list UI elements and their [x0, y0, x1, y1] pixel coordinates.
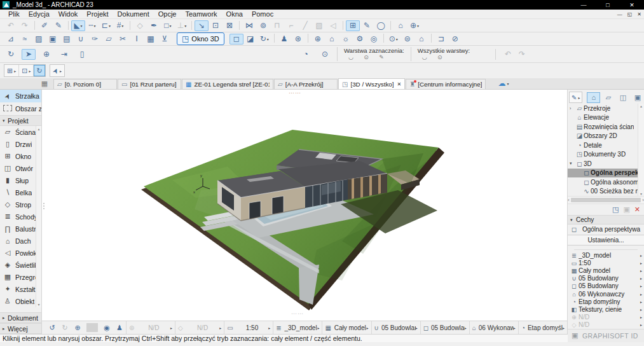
prop-pen-set[interactable]: ∪ 05 Budowlany ▸ — [568, 275, 644, 282]
split-icon[interactable]: ⊓ — [270, 20, 284, 31]
okno-3d-button[interactable]: ◳ Okno 3D — [177, 32, 224, 45]
segment-layer-combination[interactable]: ≣ _3D_model ▸ — [273, 321, 322, 334]
tree-horizontal-scrollbar[interactable]: ‹ › — [568, 197, 644, 204]
tool-strzalka[interactable]: ➤ Strzałka — [0, 90, 41, 102]
prop-dimensions[interactable]: ◇ N/D ▸ — [568, 321, 644, 329]
bottom-icon[interactable] — [86, 323, 98, 332]
menu-teamwork[interactable]: Teamwork — [181, 10, 221, 18]
orbit-mode-button[interactable]: ↻ — [34, 65, 45, 76]
prop-renovation-filter[interactable]: ◔ Etap domyślny ▸ — [568, 298, 644, 305]
teamwork-cloud-button[interactable]: ☁ ▾ — [498, 79, 509, 88]
nav-item-obszary-2d[interactable]: ◪ Obszary 2D — [568, 132, 638, 141]
tool-obiekt[interactable]: ♙ Obiekt — [0, 295, 36, 307]
paint-icon[interactable]: ✑ — [88, 34, 102, 45]
inject-parameters-icon[interactable]: ✎ — [51, 20, 65, 31]
render-settings-icon[interactable]: ⊜ — [401, 34, 414, 45]
tool-okno[interactable]: ⊞ Okno — [0, 150, 36, 162]
segment-model-view[interactable]: ◻ 05 Budowlany ▸ — [420, 321, 469, 334]
intersect-icon[interactable]: ⋈ — [242, 20, 256, 31]
minimize-button[interactable]: — — [572, 2, 596, 8]
profile-icon[interactable]: ∪ — [74, 34, 88, 45]
nav-item-3d[interactable]: ▾ ◻ 3D — [568, 159, 638, 169]
arrow-tool-button[interactable]: ➤ ▸ — [50, 65, 64, 76]
new-folder-button[interactable]: ▣ — [623, 205, 629, 214]
tool-sciana[interactable]: ▱ Ściana — [0, 126, 36, 138]
tool-strop[interactable]: ◇ Strop — [0, 198, 36, 211]
undo-icon[interactable]: ↶ — [4, 20, 18, 31]
walk-mode-icon[interactable]: ♟ — [277, 34, 291, 45]
composite-icon[interactable]: ▤ — [60, 34, 74, 45]
nav-item-rozwiniecia-scian[interactable]: ▤ Rozwinięcia ścian — [568, 122, 638, 132]
document-icon[interactable]: ▯ — [75, 49, 89, 60]
adjust-icon[interactable]: ⌐ — [284, 20, 298, 31]
segment-graphic-override[interactable]: ⌂ 06 Wykonawczy ▸ — [469, 321, 518, 334]
home-view-icon[interactable]: ⌂ — [325, 34, 339, 45]
tool-ksztalt[interactable]: ✦ Kształt — [0, 283, 36, 295]
tab-przekroj-aa[interactable]: ▱ [A-A Przekrój] — [274, 79, 338, 89]
guide-lines-icon[interactable]: ◣▾ — [71, 20, 85, 31]
menu-projekt[interactable]: Projekt — [82, 10, 113, 18]
pen-icon[interactable]: ✎ — [377, 54, 386, 60]
tool-belka[interactable]: ∖ Belka — [0, 186, 36, 198]
layer-lock-icon[interactable]: ⊙ — [318, 49, 332, 60]
menu-opcje[interactable]: Opcje — [154, 10, 181, 18]
grid-element-icon[interactable]: ▦ — [144, 34, 158, 45]
section-wiecej[interactable]: ▸ Więcej — [0, 323, 41, 334]
save-current-view-button[interactable]: ◳ — [612, 205, 619, 214]
segment-zoom[interactable]: ⊛ N/D ▸ — [126, 321, 175, 334]
trim-wall-icon[interactable]: ✂ — [116, 34, 130, 45]
fillet-icon[interactable]: ▧ — [312, 20, 326, 31]
back-history-button[interactable]: ↺ — [46, 322, 58, 333]
pin-icon[interactable]: ⊕ — [39, 49, 53, 60]
ibeam-icon[interactable]: Ⅰ — [130, 34, 144, 45]
tab-close-icon[interactable]: ✕ — [397, 81, 402, 87]
pick-up-parameters-icon[interactable]: ✐ — [38, 20, 51, 31]
snap-grid-icon[interactable]: #▾ — [113, 20, 127, 31]
nav-item-detale[interactable]: ◔ Detale — [568, 141, 638, 150]
forward-history-button[interactable]: ↻ — [58, 322, 71, 333]
cechy-section-header[interactable]: ▾ Cechy — [568, 215, 644, 225]
nav-item-ogolna-aksonometria[interactable]: ◻ Ogólna aksonometria — [568, 177, 638, 187]
tool-drzwi[interactable]: ▯ Drzwi — [0, 138, 36, 150]
element-snap-button[interactable]: ⊞▸ — [4, 65, 19, 76]
edit-element-icon[interactable]: ✎ — [360, 20, 374, 31]
zoom-extents-icon[interactable]: ⊕ — [311, 34, 325, 45]
navigator-tab-view-map[interactable]: ▱ — [601, 92, 615, 103]
relation-lines-icon[interactable]: ◇ — [133, 20, 147, 31]
tool-otwor[interactable]: ◫ Otwór — [0, 162, 36, 174]
tool-powloka[interactable]: ◁ Powłoka — [0, 247, 36, 259]
extend-icon[interactable]: ╱ — [298, 20, 312, 31]
mesh-icon[interactable]: ≈ — [18, 34, 32, 45]
settings-button[interactable]: Ustawienia... — [568, 235, 644, 246]
export-icon[interactable]: ⇥ — [57, 49, 71, 60]
tab-rzut-parteru[interactable]: ▭ [01 Rzut parteru] — [118, 79, 181, 89]
toolbox-scrollbar[interactable]: ▴▾ — [36, 126, 41, 307]
highlight-pen-icon[interactable]: ✒ — [147, 20, 161, 31]
menu-okna[interactable]: Okna — [222, 10, 247, 18]
rebuild-icon[interactable]: ↻ — [4, 49, 18, 60]
tab-centrum-informacyjne[interactable]: ♜ [Centrum informacyjne] — [406, 79, 486, 89]
section-dokument[interactable]: ▸ Dokument — [0, 312, 41, 323]
toolbar-icon[interactable] — [130, 21, 130, 30]
toolbar-icon[interactable] — [239, 21, 240, 30]
segment-scale[interactable]: ▭ 1:50 ▸ — [224, 321, 273, 334]
tab-poziom-0[interactable]: ▱ [0. Poziom 0] — [53, 79, 117, 89]
snap-reference-icon[interactable]: ⊏▾ — [99, 20, 113, 31]
group-icon[interactable]: ⌂ — [394, 20, 408, 31]
doc-minimize-button[interactable]: — — [617, 11, 622, 17]
toolbar-icon[interactable] — [343, 21, 343, 30]
find-select-icon[interactable]: ⊚ — [256, 20, 270, 31]
explore-icon[interactable]: ⊛ — [291, 34, 305, 45]
prop-scale[interactable]: ▭ 1:50 ▸ — [568, 259, 644, 266]
walk-button[interactable]: ♟ — [113, 322, 126, 333]
navigator-tab-layout-book[interactable]: ◫ — [616, 92, 629, 103]
stacked-wall-icon[interactable]: ▣ — [46, 34, 60, 45]
expander-icon[interactable]: › — [570, 106, 575, 111]
segment-structure-display[interactable]: ▦ Cały model ▸ — [322, 321, 371, 334]
menu-edycja[interactable]: Edycja — [24, 10, 54, 18]
rotate-icon[interactable]: ◯ — [374, 20, 388, 31]
segment-pen-set[interactable]: ∪ 05 Budowlany ▸ — [371, 321, 420, 334]
render-icon[interactable]: ◎ — [367, 34, 381, 45]
marquee-icon[interactable]: □▾ — [161, 20, 175, 31]
close-button[interactable]: ✕ — [620, 2, 644, 8]
